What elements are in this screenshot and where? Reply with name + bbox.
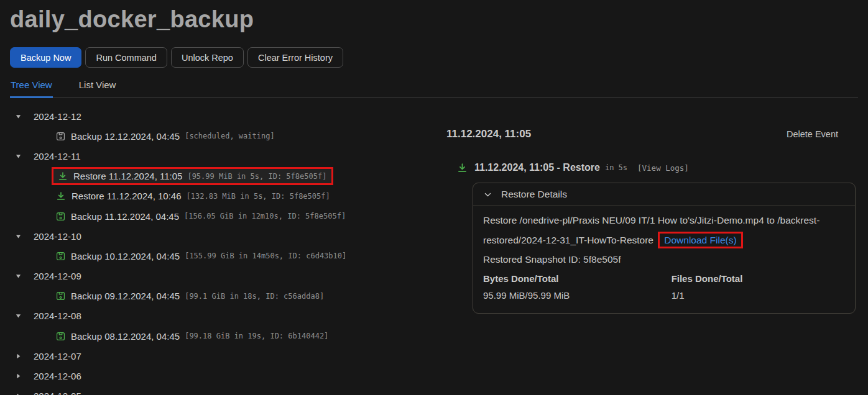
files-done-label: Files Done/Total: [672, 271, 845, 287]
entry-label: Restore 11.12.2024, 10:46: [72, 191, 182, 201]
entry-label: Restore 11.12.2024, 11:05: [73, 171, 182, 181]
restore-stats: Bytes Done/Total Files Done/Total 95.99 …: [483, 271, 845, 304]
download-files-link[interactable]: Download File(s): [664, 235, 736, 245]
download-icon: [457, 163, 468, 173]
tree-date-row[interactable]: 2024-12-10: [0, 226, 435, 246]
clear-error-history-button[interactable]: Clear Error History: [247, 47, 343, 68]
tree-date-label: 2024-12-06: [34, 371, 81, 381]
delete-event-button[interactable]: Delete Event: [787, 129, 838, 139]
caret-down-icon[interactable]: [15, 273, 22, 279]
tree-date-label: 2024-12-10: [34, 231, 81, 242]
entry-label: Backup 12.12.2024, 04:45: [71, 131, 180, 142]
entry-meta: [99.18 GiB in 19s, ID: 6b140442]: [185, 332, 328, 340]
operation-row: 11.12.2024, 11:05 - Restore in 5s [View …: [457, 162, 856, 173]
tree-date-row[interactable]: 2024-12-11: [0, 146, 435, 166]
tree-date-row[interactable]: 2024-12-05: [0, 386, 435, 395]
tree-date-label: 2024-12-11: [34, 151, 81, 161]
files-done-value: 1/1: [672, 287, 845, 304]
tree-date-row[interactable]: 2024-12-07: [0, 346, 435, 366]
restored-snapshot-id: Restored Snapshot ID: 5f8e505f: [483, 250, 845, 269]
entry-content: Backup 10.12.2024, 04:45[155.99 GiB in 1…: [56, 251, 346, 261]
entry-content: Restore 11.12.2024, 10:46[132.83 MiB in …: [56, 191, 330, 201]
page-title: daily_docker_backup: [10, 5, 858, 34]
selected-entry-annotation: Restore 11.12.2024, 11:05[95.99 MiB in 5…: [52, 167, 333, 185]
restore-details-collapse-header[interactable]: Restore Details: [473, 183, 855, 206]
download-icon: [56, 191, 66, 201]
operation-title: 11.12.2024, 11:05 - Restore: [474, 162, 600, 173]
entry-content: Backup 11.12.2024, 04:45[156.05 GiB in 1…: [56, 211, 346, 222]
caret-down-icon[interactable]: [15, 113, 22, 120]
tree-entry-row[interactable]: Restore 11.12.2024, 11:05[95.99 MiB in 5…: [0, 166, 435, 186]
caret-down-icon[interactable]: [15, 233, 22, 240]
download-link-annotation: Download File(s): [658, 232, 742, 248]
save-icon: [56, 332, 65, 341]
chevron-down-icon: [484, 191, 492, 199]
entry-meta: [132.83 MiB in 5s, ID: 5f8e505f]: [187, 192, 330, 201]
tree-date-label: 2024-12-08: [34, 311, 81, 321]
unlock-repo-button[interactable]: Unlock Repo: [171, 47, 244, 68]
tree-date-label: 2024-12-09: [34, 271, 81, 281]
entry-meta: [95.99 MiB in 5s, ID: 5f8e505f]: [187, 172, 326, 181]
tree-date-row[interactable]: 2024-12-08: [0, 306, 435, 326]
entry-content: Backup 08.12.2024, 04:45[99.18 GiB in 19…: [56, 331, 328, 342]
save-icon: [56, 132, 65, 141]
entry-label: Backup 09.12.2024, 04:45: [71, 291, 180, 301]
restore-description: Restore /onedrive-pl/Praxis NEU/09 IT/1 …: [483, 211, 845, 250]
tree-date-row[interactable]: 2024-12-09: [0, 266, 435, 286]
tree-entry-row[interactable]: Backup 12.12.2024, 04:45[scheduled, wait…: [0, 126, 435, 146]
save-icon: [56, 291, 65, 301]
tree-entry-row[interactable]: Backup 10.12.2024, 04:45[155.99 GiB in 1…: [0, 246, 435, 266]
tab-tree-view[interactable]: Tree View: [10, 78, 53, 98]
restore-details-body: Restore /onedrive-pl/Praxis NEU/09 IT/1 …: [473, 206, 855, 313]
backup-tree: 2024-12-12Backup 12.12.2024, 04:45[sched…: [0, 98, 435, 395]
entry-label: Backup 08.12.2024, 04:45: [71, 331, 180, 342]
tree-entry-row[interactable]: Backup 11.12.2024, 04:45[156.05 GiB in 1…: [0, 206, 435, 226]
tree-entry-row[interactable]: Backup 08.12.2024, 04:45[99.18 GiB in 19…: [0, 326, 435, 346]
entry-label: Backup 10.12.2024, 04:45: [71, 251, 180, 261]
entry-content: Backup 09.12.2024, 04:45[99.1 GiB in 18s…: [56, 291, 324, 301]
entry-meta: [155.99 GiB in 14m50s, ID: c6d43b10]: [185, 252, 346, 260]
bytes-done-value: 95.99 MiB/95.99 MiB: [483, 287, 672, 304]
tab-list-view[interactable]: List View: [78, 78, 117, 98]
toolbar: Backup Now Run Command Unlock Repo Clear…: [10, 47, 858, 68]
tree-date-row[interactable]: 2024-12-12: [0, 106, 435, 126]
caret-right-icon[interactable]: [15, 393, 22, 395]
restore-details-title: Restore Details: [501, 189, 567, 200]
tree-entry-row[interactable]: Backup 09.12.2024, 04:45[99.1 GiB in 18s…: [0, 286, 435, 306]
event-title: 11.12.2024, 11:05: [446, 128, 531, 140]
restore-details-panel: Restore Details Restore /onedrive-pl/Pra…: [473, 183, 856, 314]
event-detail-header: 11.12.2024, 11:05 Delete Event: [446, 128, 856, 140]
save-icon: [56, 212, 65, 221]
entry-meta: [99.1 GiB in 18s, ID: c56adda8]: [185, 292, 324, 301]
main-content: 2024-12-12Backup 12.12.2024, 04:45[sched…: [0, 98, 868, 395]
tree-date-label: 2024-12-12: [34, 111, 81, 122]
caret-down-icon[interactable]: [15, 312, 22, 319]
caret-right-icon[interactable]: [15, 353, 22, 360]
save-icon: [56, 252, 65, 261]
restore-description-text: Restore /onedrive-pl/Praxis NEU/09 IT/1 …: [483, 215, 820, 245]
caret-right-icon[interactable]: [15, 373, 22, 379]
run-command-button[interactable]: Run Command: [85, 47, 167, 68]
download-icon: [58, 171, 68, 181]
tree-date-label: 2024-12-07: [34, 351, 81, 361]
page-header: daily_docker_backup Backup Now Run Comma…: [0, 0, 868, 98]
view-tabs: Tree View List View: [10, 78, 858, 98]
tree-date-row[interactable]: 2024-12-06: [0, 366, 435, 386]
entry-meta: [156.05 GiB in 12m10s, ID: 5f8e505f]: [184, 212, 346, 220]
view-logs-link[interactable]: [View Logs]: [637, 163, 689, 173]
entry-meta: [scheduled, waiting]: [185, 132, 275, 140]
tree-entry-row[interactable]: Restore 11.12.2024, 10:46[132.83 MiB in …: [0, 186, 435, 206]
bytes-done-label: Bytes Done/Total: [483, 271, 672, 287]
operation-duration: in 5s: [605, 163, 627, 172]
caret-down-icon[interactable]: [15, 153, 22, 160]
backup-now-button[interactable]: Backup Now: [10, 47, 81, 68]
event-detail-panel: 11.12.2024, 11:05 Delete Event 11.12.202…: [435, 98, 868, 314]
entry-content: Backup 12.12.2024, 04:45[scheduled, wait…: [56, 131, 275, 142]
entry-label: Backup 11.12.2024, 04:45: [71, 211, 179, 222]
tree-date-label: 2024-12-05: [34, 391, 81, 395]
